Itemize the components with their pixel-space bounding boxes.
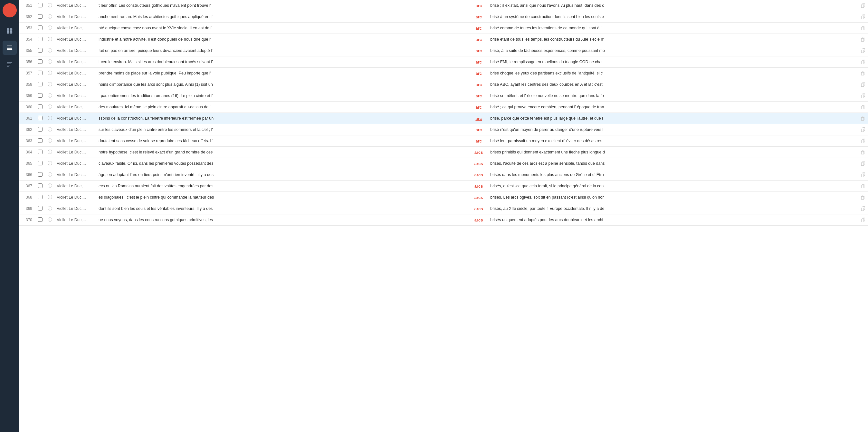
- row-checkbox[interactable]: [35, 23, 45, 34]
- copy-button[interactable]: 🗍: [858, 203, 868, 214]
- row-checkbox[interactable]: [35, 56, 45, 68]
- row-checkbox[interactable]: [35, 214, 45, 226]
- keyword-cell[interactable]: arcs: [469, 158, 488, 169]
- info-button[interactable]: ⓘ: [45, 45, 55, 56]
- copy-button[interactable]: 🗍: [858, 214, 868, 226]
- copy-button[interactable]: 🗍: [858, 0, 868, 11]
- row-checkbox[interactable]: [35, 147, 45, 158]
- keyword-link[interactable]: arcs: [474, 172, 483, 177]
- keyword-cell[interactable]: arc: [469, 0, 488, 11]
- info-button[interactable]: ⓘ: [45, 34, 55, 45]
- copy-button[interactable]: 🗍: [858, 136, 868, 147]
- info-button[interactable]: ⓘ: [45, 0, 55, 11]
- copy-button[interactable]: 🗍: [858, 102, 868, 113]
- keyword-link[interactable]: arc: [475, 82, 482, 87]
- row-checkbox[interactable]: [35, 0, 45, 11]
- keyword-link[interactable]: arc: [475, 37, 482, 42]
- row-checkbox[interactable]: [35, 180, 45, 192]
- keyword-link[interactable]: arc: [475, 26, 482, 31]
- keyword-link[interactable]: arcs: [474, 184, 483, 189]
- copy-button[interactable]: 🗍: [858, 23, 868, 34]
- keyword-cell[interactable]: arcs: [469, 147, 488, 158]
- info-button[interactable]: ⓘ: [45, 113, 55, 124]
- copy-button[interactable]: 🗍: [858, 124, 868, 136]
- keyword-cell[interactable]: arc: [469, 113, 488, 124]
- copy-button[interactable]: 🗍: [858, 158, 868, 169]
- keyword-cell[interactable]: arc: [469, 90, 488, 102]
- copy-button[interactable]: 🗍: [858, 11, 868, 23]
- info-button[interactable]: ⓘ: [45, 214, 55, 226]
- copy-button[interactable]: 🗍: [858, 68, 868, 79]
- keyword-link[interactable]: arc: [475, 48, 482, 53]
- row-checkbox[interactable]: [35, 124, 45, 136]
- keyword-link[interactable]: arcs: [474, 218, 483, 223]
- copy-button[interactable]: 🗍: [858, 169, 868, 180]
- copy-button[interactable]: 🗍: [858, 90, 868, 102]
- keyword-cell[interactable]: arc: [469, 23, 488, 34]
- keyword-link[interactable]: arc: [475, 127, 482, 132]
- keyword-link[interactable]: arc: [475, 139, 482, 143]
- keyword-link[interactable]: arc: [475, 93, 482, 98]
- info-button[interactable]: ⓘ: [45, 11, 55, 23]
- keyword-cell[interactable]: arc: [469, 56, 488, 68]
- keyword-link[interactable]: arcs: [474, 150, 483, 155]
- row-checkbox[interactable]: [35, 90, 45, 102]
- row-checkbox[interactable]: [35, 79, 45, 90]
- info-button[interactable]: ⓘ: [45, 180, 55, 192]
- info-button[interactable]: ⓘ: [45, 102, 55, 113]
- copy-button[interactable]: 🗍: [858, 79, 868, 90]
- row-checkbox[interactable]: [35, 113, 45, 124]
- info-button[interactable]: ⓘ: [45, 79, 55, 90]
- keyword-cell[interactable]: arc: [469, 102, 488, 113]
- keyword-cell[interactable]: arcs: [469, 214, 488, 226]
- info-button[interactable]: ⓘ: [45, 192, 55, 203]
- row-checkbox[interactable]: [35, 169, 45, 180]
- keyword-cell[interactable]: arc: [469, 124, 488, 136]
- row-checkbox[interactable]: [35, 158, 45, 169]
- copy-button[interactable]: 🗍: [858, 45, 868, 56]
- copy-button[interactable]: 🗍: [858, 56, 868, 68]
- keyword-cell[interactable]: arcs: [469, 180, 488, 192]
- copy-button[interactable]: 🗍: [858, 147, 868, 158]
- sidebar-icon-sort[interactable]: [3, 57, 17, 71]
- info-button[interactable]: ⓘ: [45, 124, 55, 136]
- keyword-link[interactable]: arc: [475, 71, 482, 76]
- keyword-link[interactable]: arc: [475, 105, 482, 110]
- keyword-cell[interactable]: arc: [469, 136, 488, 147]
- info-button[interactable]: ⓘ: [45, 23, 55, 34]
- sidebar-icon-list[interactable]: [3, 40, 17, 55]
- keyword-link[interactable]: arcs: [474, 161, 483, 166]
- sidebar-icon-grid[interactable]: [3, 24, 17, 38]
- keyword-link[interactable]: arc: [475, 15, 482, 19]
- copy-button[interactable]: 🗍: [858, 180, 868, 192]
- keyword-cell[interactable]: arcs: [469, 169, 488, 180]
- row-checkbox[interactable]: [35, 102, 45, 113]
- keyword-cell[interactable]: arcs: [469, 192, 488, 203]
- keyword-cell[interactable]: arc: [469, 11, 488, 23]
- info-button[interactable]: ⓘ: [45, 203, 55, 214]
- info-button[interactable]: ⓘ: [45, 90, 55, 102]
- copy-button[interactable]: 🗍: [858, 34, 868, 45]
- keyword-cell[interactable]: arc: [469, 68, 488, 79]
- row-checkbox[interactable]: [35, 192, 45, 203]
- info-button[interactable]: ⓘ: [45, 136, 55, 147]
- keyword-link[interactable]: arc: [475, 60, 482, 64]
- keyword-link[interactable]: arcs: [474, 206, 483, 211]
- info-button[interactable]: ⓘ: [45, 56, 55, 68]
- keyword-cell[interactable]: arc: [469, 45, 488, 56]
- row-checkbox[interactable]: [35, 34, 45, 45]
- keyword-cell[interactable]: arcs: [469, 203, 488, 214]
- info-button[interactable]: ⓘ: [45, 147, 55, 158]
- row-checkbox[interactable]: [35, 11, 45, 23]
- keyword-cell[interactable]: arc: [469, 34, 488, 45]
- copy-button[interactable]: 🗍: [858, 192, 868, 203]
- keyword-link[interactable]: arc: [475, 3, 482, 8]
- keyword-cell[interactable]: arc: [469, 79, 488, 90]
- info-button[interactable]: ⓘ: [45, 68, 55, 79]
- copy-button[interactable]: 🗍: [858, 113, 868, 124]
- row-checkbox[interactable]: [35, 203, 45, 214]
- keyword-link[interactable]: arc: [475, 116, 482, 121]
- row-checkbox[interactable]: [35, 136, 45, 147]
- keyword-link[interactable]: arcs: [474, 195, 483, 200]
- info-button[interactable]: ⓘ: [45, 158, 55, 169]
